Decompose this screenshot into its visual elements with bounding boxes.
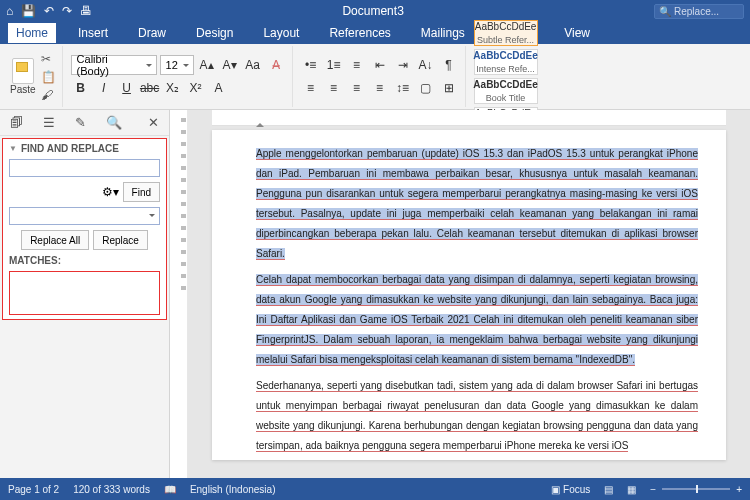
tab-design[interactable]: Design	[188, 23, 241, 43]
bullets-icon[interactable]: •≡	[301, 55, 321, 75]
document-title: Document3	[98, 4, 648, 18]
nav-search-icon[interactable]: 🔍	[106, 115, 122, 130]
print-icon[interactable]: 🖶	[80, 4, 92, 18]
tab-mailings[interactable]: Mailings	[413, 23, 473, 43]
search-icon: 🔍	[659, 6, 671, 17]
undo-icon[interactable]: ↶	[44, 4, 54, 18]
superscript-button[interactable]: X²	[186, 78, 206, 98]
line-spacing-icon[interactable]: ↕≡	[393, 78, 413, 98]
redo-icon[interactable]: ↷	[62, 4, 72, 18]
style-intense-refe-[interactable]: AaBbCcDdEeIntense Refe...	[474, 49, 538, 75]
font-name-select[interactable]: Calibri (Body)	[71, 55, 157, 75]
matches-label: MATCHES:	[9, 255, 160, 266]
font-size-select[interactable]: 12	[160, 55, 194, 75]
panel-title: FIND AND REPLACE	[9, 143, 160, 154]
find-input[interactable]	[9, 159, 160, 177]
tab-layout[interactable]: Layout	[255, 23, 307, 43]
gear-icon[interactable]: ⚙▾	[102, 185, 119, 199]
tab-references[interactable]: References	[321, 23, 398, 43]
nav-headings-icon[interactable]: ☰	[43, 115, 55, 130]
focus-mode[interactable]: ▣ Focus	[551, 484, 590, 495]
increase-indent-icon[interactable]: ⇥	[393, 55, 413, 75]
copy-icon[interactable]: 📋	[41, 70, 56, 84]
paragraph-3: Sederhananya, seperti yang disebutkan ta…	[256, 380, 698, 452]
clear-format-icon[interactable]: A̶	[266, 55, 286, 75]
strike-button[interactable]: abc	[140, 78, 160, 98]
grow-font-icon[interactable]: A▴	[197, 55, 217, 75]
bold-button[interactable]: B	[71, 78, 91, 98]
align-right-icon[interactable]: ≡	[347, 78, 367, 98]
matches-list	[9, 271, 160, 315]
change-case-icon[interactable]: Aa	[243, 55, 263, 75]
status-page[interactable]: Page 1 of 2	[8, 484, 59, 495]
paragraph-2: Celah dapat membocorkan berbagai data ya…	[256, 274, 698, 366]
zoom-out-icon[interactable]: −	[650, 484, 656, 495]
home-icon[interactable]: ⌂	[6, 4, 13, 18]
view-print-icon[interactable]: ▤	[604, 484, 613, 495]
align-left-icon[interactable]: ≡	[301, 78, 321, 98]
panel-close-icon[interactable]: ✕	[148, 115, 159, 130]
multilevel-icon[interactable]: ≡	[347, 55, 367, 75]
vertical-ruler	[170, 110, 188, 478]
align-center-icon[interactable]: ≡	[324, 78, 344, 98]
format-painter-icon[interactable]: 🖌	[41, 88, 56, 102]
style-book-title[interactable]: AaBbCcDdEeBook Title	[474, 78, 538, 104]
tab-insert[interactable]: Insert	[70, 23, 116, 43]
italic-button[interactable]: I	[94, 78, 114, 98]
replace-all-button[interactable]: Replace All	[21, 230, 89, 250]
decrease-indent-icon[interactable]: ⇤	[370, 55, 390, 75]
font-color-button[interactable]: A	[209, 78, 229, 98]
paragraph-1: Apple menggelontorkan pembaruan (update)…	[256, 148, 698, 260]
save-icon[interactable]: 💾	[21, 4, 36, 18]
status-spell-icon[interactable]: 📖	[164, 484, 176, 495]
subscript-button[interactable]: X₂	[163, 78, 183, 98]
status-lang[interactable]: English (Indonesia)	[190, 484, 276, 495]
cut-icon[interactable]: ✂	[41, 52, 56, 66]
nav-thumbnails-icon[interactable]: 🗐	[10, 115, 23, 130]
view-web-icon[interactable]: ▦	[627, 484, 636, 495]
titlebar-search[interactable]: 🔍Replace...	[654, 4, 744, 19]
underline-button[interactable]: U	[117, 78, 137, 98]
paste-label: Paste	[10, 84, 36, 95]
borders-icon[interactable]: ⊞	[439, 78, 459, 98]
status-words[interactable]: 120 of 333 words	[73, 484, 150, 495]
sort-icon[interactable]: A↓	[416, 55, 436, 75]
paste-icon[interactable]	[12, 58, 34, 84]
tab-draw[interactable]: Draw	[130, 23, 174, 43]
numbering-icon[interactable]: 1≡	[324, 55, 344, 75]
tab-view[interactable]: View	[556, 23, 598, 43]
tab-home[interactable]: Home	[8, 23, 56, 43]
shading-icon[interactable]: ▢	[416, 78, 436, 98]
horizontal-ruler	[212, 110, 726, 126]
show-marks-icon[interactable]: ¶	[439, 55, 459, 75]
style-subtle-refer-[interactable]: AaBbCcDdEeSubtle Refer...	[474, 20, 538, 46]
zoom-slider[interactable]	[662, 488, 730, 490]
document-page[interactable]: Apple menggelontorkan pembaruan (update)…	[212, 130, 726, 460]
zoom-in-icon[interactable]: +	[736, 484, 742, 495]
nav-results-icon[interactable]: ✎	[75, 115, 86, 130]
shrink-font-icon[interactable]: A▾	[220, 55, 240, 75]
find-button[interactable]: Find	[123, 182, 160, 202]
replace-button[interactable]: Replace	[93, 230, 148, 250]
replace-input[interactable]	[9, 207, 160, 225]
justify-icon[interactable]: ≡	[370, 78, 390, 98]
